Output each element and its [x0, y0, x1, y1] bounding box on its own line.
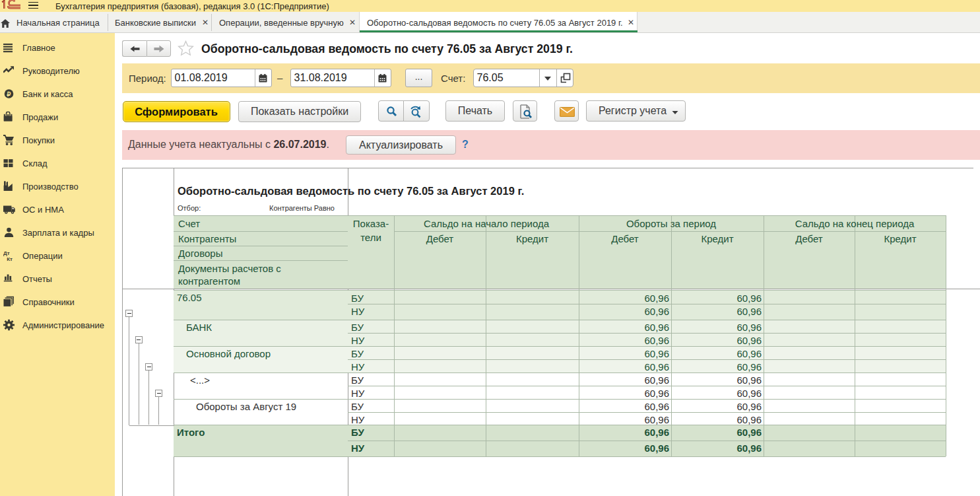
svg-text:Кт: Кт	[7, 256, 13, 261]
svg-text:₽: ₽	[7, 90, 11, 97]
